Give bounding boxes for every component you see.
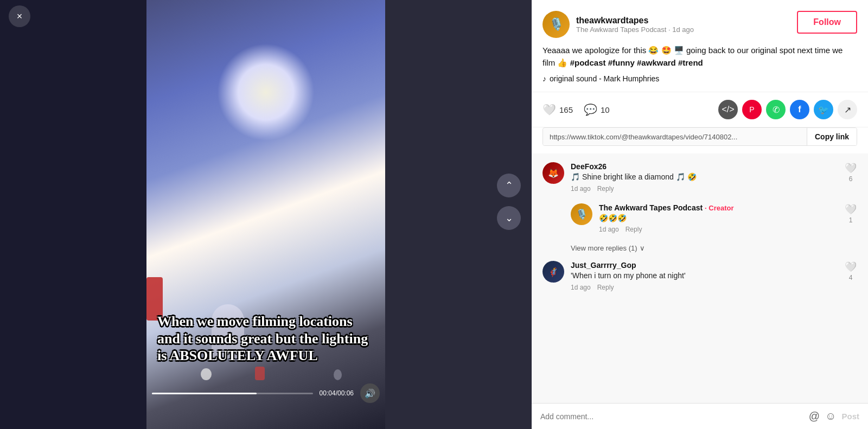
- embed-icon: </>: [722, 105, 734, 114]
- like-count: 6: [849, 175, 853, 183]
- sound-line[interactable]: ♪ original sound - Mark Humphries: [542, 74, 857, 83]
- emoji-button[interactable]: ☺: [825, 410, 836, 422]
- volume-button[interactable]: 🔊: [360, 383, 380, 403]
- side-dark-left: [0, 0, 146, 429]
- reply-time: 1d ago: [599, 226, 619, 233]
- emoji-icon: ☺: [825, 410, 836, 422]
- follow-button[interactable]: Follow: [797, 11, 857, 34]
- chevron-down-icon: ⌄: [505, 212, 513, 224]
- progress-bar-area: 00:04/00:06 🔊: [146, 383, 385, 403]
- facebook-share-button[interactable]: f: [790, 100, 809, 119]
- nav-arrow-down[interactable]: ⌄: [497, 206, 521, 230]
- comment-body-deefox: DeeFox26 🎵 Shine bright like a diamond 🎵…: [571, 162, 838, 193]
- avatar-emoji: 🎙️: [549, 17, 564, 31]
- progress-track[interactable]: [152, 393, 313, 394]
- heart-icon: 🤍: [542, 103, 556, 116]
- creator-username[interactable]: theawkwardtapes: [576, 16, 694, 25]
- top-bar: ×: [0, 0, 532, 33]
- mention-button[interactable]: @: [809, 410, 820, 422]
- likes-action[interactable]: 🤍 165: [542, 103, 573, 116]
- whatsapp-share-button[interactable]: ✆: [766, 100, 786, 119]
- comment-text-garry: 'When i turn on my phone at night': [571, 271, 838, 281]
- comment-meta-garry: 1d ago Reply: [571, 284, 838, 291]
- chevron-down-small-icon: ∨: [640, 244, 645, 252]
- reply-button[interactable]: Reply: [597, 185, 614, 193]
- nav-arrow-up[interactable]: ⌃: [497, 174, 521, 197]
- add-comment-bar: @ ☺ Post: [532, 403, 868, 429]
- comment-like[interactable]: 🤍 6: [844, 162, 857, 193]
- video-content[interactable]: When we move filming locations and it so…: [146, 0, 385, 429]
- comment-icon: 💬: [584, 103, 597, 116]
- comment-author[interactable]: DeeFox26: [571, 162, 838, 171]
- post-button[interactable]: Post: [841, 412, 859, 421]
- comment-avatar-podcast: 🎙️: [571, 203, 592, 225]
- garry-avatar-img: 🦸: [548, 267, 559, 277]
- comments-action[interactable]: 💬 10: [584, 103, 610, 116]
- comment-body-podcast: The Awkward Tapes Podcast · Creator 🤣🤣🤣 …: [599, 203, 838, 234]
- hashtags: #podcast #funny #awkward #trend: [570, 58, 703, 67]
- right-panel: 🎙️ theawkwardtapes The Awkward Tapes Pod…: [532, 0, 868, 429]
- creator-badge: · Creator: [705, 204, 733, 212]
- actions-row: 🤍 165 💬 10 </> P ✆ f 🐦 ↗: [532, 92, 868, 127]
- creator-display: The Awkward Tapes Podcast · 1d ago: [576, 25, 694, 34]
- garry-reply-button[interactable]: Reply: [597, 284, 614, 291]
- reply-like-count: 1: [849, 216, 853, 224]
- comment-avatar-deefox: 🦊: [542, 162, 564, 184]
- garry-like-count: 4: [849, 274, 853, 281]
- twitter-share-button[interactable]: 🐦: [814, 100, 833, 119]
- copy-link-button[interactable]: Copy link: [807, 128, 857, 145]
- creator-info: 🎙️ theawkwardtapes The Awkward Tapes Pod…: [542, 11, 694, 38]
- comment-avatar-garry: 🦸: [542, 261, 564, 283]
- video-background: When we move filming locations and it so…: [0, 0, 532, 429]
- share-url-input[interactable]: [543, 129, 807, 145]
- comment-meta: 1d ago Reply: [571, 185, 838, 193]
- comment-text: 🎵 Shine bright like a diamond 🎵 🤣: [571, 172, 838, 183]
- likes-count: 165: [559, 105, 573, 114]
- comments-section[interactable]: 🦊 DeeFox26 🎵 Shine bright like a diamond…: [532, 153, 868, 403]
- whatsapp-icon: ✆: [773, 105, 780, 115]
- comment-author-podcast[interactable]: The Awkward Tapes Podcast · Creator: [599, 203, 838, 212]
- reply-button-nested[interactable]: Reply: [626, 226, 642, 233]
- link-bar: Copy link: [542, 127, 857, 146]
- podcast-avatar-img: 🎙️: [576, 208, 588, 220]
- comment-time: 1d ago: [571, 185, 591, 193]
- reply-text: 🤣🤣🤣: [599, 213, 838, 224]
- comment-item-reply: 🎙️ The Awkward Tapes Podcast · Creator 🤣…: [571, 203, 857, 234]
- creator-avatar: 🎙️: [542, 11, 570, 38]
- creator-section: 🎙️ theawkwardtapes The Awkward Tapes Pod…: [532, 0, 868, 92]
- volume-icon: 🔊: [365, 388, 375, 399]
- video-overlay-text: When we move filming locations and it so…: [157, 313, 374, 364]
- video-time: 00:04/00:06: [320, 389, 354, 397]
- comment-author-garry[interactable]: Just_Garrrry_Gop: [571, 261, 838, 270]
- creator-header: 🎙️ theawkwardtapes The Awkward Tapes Pod…: [542, 11, 857, 38]
- garry-heart-icon: 🤍: [845, 261, 857, 273]
- garry-time: 1d ago: [571, 284, 591, 291]
- twitter-icon: 🐦: [818, 105, 829, 115]
- music-icon: ♪: [542, 74, 546, 83]
- reply-indent: 🎙️ The Awkward Tapes Podcast · Creator 🤣…: [571, 203, 857, 234]
- at-icon: @: [809, 410, 820, 422]
- garry-like[interactable]: 🤍 4: [844, 261, 857, 291]
- like-heart-icon: 🤍: [845, 162, 857, 174]
- add-comment-input[interactable]: [540, 412, 803, 421]
- sound-label: original sound - Mark Humphries: [550, 74, 659, 83]
- creator-meta: theawkwardtapes The Awkward Tapes Podcas…: [576, 16, 694, 34]
- facebook-icon: f: [798, 105, 801, 114]
- progress-fill: [152, 393, 257, 394]
- pinterest-share-button[interactable]: P: [742, 100, 762, 119]
- view-more-replies-button[interactable]: View more replies (1) ∨: [571, 244, 645, 252]
- chevron-up-icon: ⌃: [505, 180, 513, 191]
- left-panel: × TikTok @theawkwardtapes ⚑ Report: [0, 0, 532, 429]
- share-arrow-icon: ↗: [844, 105, 851, 115]
- close-button[interactable]: ×: [9, 5, 30, 27]
- reply-like[interactable]: 🤍 1: [844, 203, 857, 234]
- deefox-avatar-img: 🦊: [548, 168, 559, 178]
- view-more-label: View more replies (1): [571, 244, 637, 252]
- embed-share-button[interactable]: </>: [718, 100, 738, 119]
- reply-heart-icon: 🤍: [845, 203, 857, 215]
- video-container[interactable]: When we move filming locations and it so…: [0, 0, 532, 429]
- comments-count: 10: [601, 105, 610, 114]
- more-share-button[interactable]: ↗: [838, 100, 857, 119]
- share-icons: </> P ✆ f 🐦 ↗: [718, 100, 857, 119]
- caption-text: Yeaaaa we apologize for this 😂 🤩 🖥️ goin…: [542, 44, 857, 69]
